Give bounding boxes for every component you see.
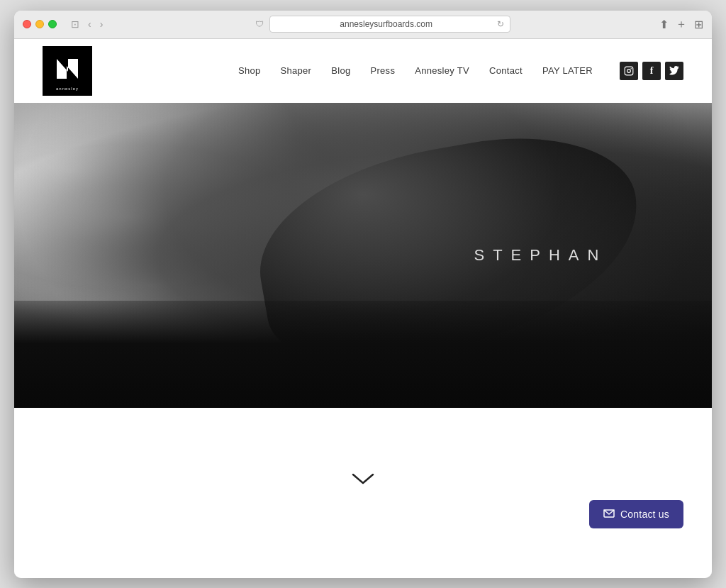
logo-subtext: annesley <box>56 87 79 91</box>
tab-grid-icon[interactable]: ⊞ <box>694 18 703 31</box>
sidebar-toggle-button[interactable]: ⊡ <box>68 17 82 31</box>
new-tab-icon[interactable]: ＋ <box>676 17 687 32</box>
site-header: annesley Shop Shaper Blog Press Annesley… <box>14 39 712 103</box>
address-bar[interactable]: annesleysurfboards.com ↻ <box>269 16 510 33</box>
below-hero-section: Contact us <box>14 408 712 550</box>
nav-contact[interactable]: Contact <box>489 65 523 76</box>
nav-blog[interactable]: Blog <box>331 65 350 76</box>
site-logo[interactable]: annesley <box>43 46 92 96</box>
facebook-icon[interactable]: f <box>642 62 661 80</box>
contact-us-label: Contact us <box>620 509 669 520</box>
hero-canvas: STEPHAN <box>14 103 712 408</box>
nav-annesley-tv[interactable]: Annesley TV <box>415 65 469 76</box>
hero-section: STEPHAN <box>14 103 712 408</box>
fullscreen-button[interactable] <box>48 20 57 28</box>
instagram-icon[interactable] <box>620 62 638 80</box>
nav-pay-later[interactable]: PAY LATER <box>542 65 593 76</box>
scroll-down-chevron[interactable] <box>352 472 374 486</box>
social-icons: f <box>620 62 683 80</box>
nav-shop[interactable]: Shop <box>238 65 261 76</box>
back-button[interactable]: ‹ <box>85 17 94 31</box>
share-icon[interactable]: ⬆ <box>659 18 669 31</box>
nav-shaper[interactable]: Shaper <box>281 65 312 76</box>
browser-titlebar: ⊡ ‹ › 🛡 annesleysurfboards.com ↻ ⬆ ＋ ⊞ <box>14 11 712 39</box>
browser-action-buttons: ⬆ ＋ ⊞ <box>659 17 703 32</box>
svg-point-4 <box>631 68 632 69</box>
svg-point-3 <box>627 69 631 72</box>
svg-rect-2 <box>625 67 633 75</box>
browser-window: ⊡ ‹ › 🛡 annesleysurfboards.com ↻ ⬆ ＋ ⊞ <box>14 11 712 578</box>
twitter-icon[interactable] <box>665 62 683 80</box>
hero-text: STEPHAN <box>474 246 607 265</box>
logo-svg <box>50 50 85 86</box>
security-icon: 🛡 <box>255 19 264 29</box>
website-content: annesley Shop Shaper Blog Press Annesley… <box>14 39 712 578</box>
site-navigation: Shop Shaper Blog Press Annesley TV Conta… <box>238 62 683 80</box>
nav-press[interactable]: Press <box>370 65 395 76</box>
contact-us-button[interactable]: Contact us <box>589 500 683 528</box>
forward-button[interactable]: › <box>97 17 106 31</box>
browser-controls: ⊡ ‹ › <box>68 17 106 31</box>
envelope-icon <box>603 509 615 520</box>
close-button[interactable] <box>23 20 31 28</box>
minimize-button[interactable] <box>35 20 44 28</box>
traffic-lights <box>23 20 57 28</box>
water-surface <box>14 301 712 408</box>
url-text: annesleysurfboards.com <box>276 19 497 29</box>
address-bar-area: 🛡 annesleysurfboards.com ↻ <box>111 16 654 33</box>
refresh-icon[interactable]: ↻ <box>497 19 504 29</box>
